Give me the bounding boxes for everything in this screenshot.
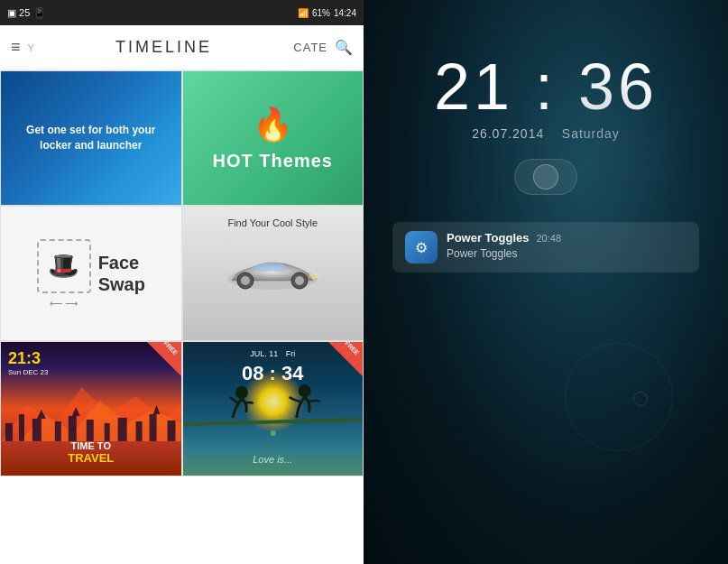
bg-decoration-3 <box>633 392 648 406</box>
notif-content: Power Toggles 20:48 Power Toggles <box>447 231 687 260</box>
svg-point-6 <box>226 273 236 279</box>
status-battery-pct: 61% <box>312 8 330 18</box>
cell-locker[interactable]: Get one set for both your locker and lau… <box>0 70 182 206</box>
svg-rect-20 <box>150 414 157 441</box>
status-clock: 14:24 <box>334 8 356 18</box>
status-wifi: 📶 <box>298 8 309 18</box>
love-label: Love is... <box>253 454 292 465</box>
cell-face-swap[interactable]: 🎩 ⟵ ⟶ Face Swap <box>0 206 182 341</box>
cool-car-image <box>190 234 356 306</box>
nav-bar: ≡ Y TIMELINE CATE 🔍 <box>0 25 364 70</box>
svg-rect-16 <box>87 420 94 441</box>
status-icons: 📱 <box>33 7 46 19</box>
cell-hot-themes[interactable]: 🔥 HOT Themes <box>182 70 364 206</box>
bg-decoration-1 <box>511 57 692 237</box>
love-svg <box>183 341 364 447</box>
face-arrows: ⟵ ⟶ <box>50 299 78 309</box>
svg-rect-9 <box>5 423 13 441</box>
flame-icon: 🔥 <box>253 106 293 143</box>
nav-y-label: Y <box>28 42 34 53</box>
notif-time: 20:48 <box>537 233 562 244</box>
cool-title: Find Your Cool Style <box>227 217 318 228</box>
notif-message: Power Toggles <box>447 247 687 260</box>
svg-point-27 <box>270 430 275 436</box>
svg-rect-14 <box>69 416 77 441</box>
notif-header: Power Toggles 20:48 <box>447 231 687 245</box>
hot-themes-label: HOT Themes <box>213 151 333 171</box>
menu-icon[interactable]: ≡ <box>11 38 21 57</box>
locker-text: Get one set for both your locker and lau… <box>26 123 155 153</box>
face-label-2: Swap <box>98 273 145 295</box>
nav-title: TIMELINE <box>41 38 286 57</box>
svg-rect-22 <box>168 421 176 441</box>
travel-polygons <box>1 369 181 441</box>
notif-app-name: Power Toggles <box>447 231 530 245</box>
left-panel: ▣ 25 📱 📶 61% 14:24 ≡ Y TIMELINE CATE 🔍 G… <box>0 0 364 564</box>
cell-travel[interactable]: FREE 21:3 Sun DEC 23 <box>0 341 182 476</box>
face-swap-labels: Face Swap <box>98 252 145 295</box>
notification-card[interactable]: ⚙ Power Toggles 20:48 Power Toggles <box>392 222 699 273</box>
svg-point-4 <box>295 276 304 285</box>
svg-point-25 <box>235 386 247 399</box>
cell-cool-style[interactable]: Find Your Cool Style <box>182 206 364 341</box>
right-panel: 21 : 36 26.07.2014 Saturday ⚙ Power Togg… <box>364 0 728 564</box>
svg-point-26 <box>298 384 310 397</box>
cell-love[interactable]: FREE JUL. 11 Fri 08 : 34 <box>182 341 364 476</box>
face-swap-icon-area: 🎩 ⟵ ⟶ <box>37 239 91 309</box>
status-right: 📶 61% 14:24 <box>298 8 356 18</box>
locker-line2: locker and launcher <box>40 139 142 152</box>
travel-clock: 21:3 <box>8 349 41 368</box>
app-grid: Get one set for both your locker and lau… <box>0 70 364 564</box>
face-icon: 🎩 <box>37 239 91 293</box>
nav-category[interactable]: CATE <box>293 41 327 54</box>
svg-rect-17 <box>105 423 110 441</box>
svg-rect-18 <box>118 418 127 441</box>
status-left: ▣ 25 📱 <box>7 7 46 19</box>
travel-title: TIME TO <box>1 440 181 451</box>
bg-decoration-2 <box>565 343 673 451</box>
svg-rect-13 <box>55 421 61 441</box>
status-time: ▣ 25 <box>7 7 30 19</box>
travel-labels: TIME TO TRAVEL <box>1 440 181 465</box>
search-icon[interactable]: 🔍 <box>335 39 353 56</box>
svg-line-24 <box>183 420 364 424</box>
status-bar: ▣ 25 📱 📶 61% 14:24 <box>0 0 364 25</box>
notif-app-icon: ⚙ <box>405 231 438 264</box>
svg-point-2 <box>241 276 250 285</box>
svg-rect-10 <box>19 414 24 441</box>
face-label-1: Face <box>98 252 145 273</box>
svg-marker-21 <box>153 405 161 414</box>
svg-rect-19 <box>136 421 143 441</box>
svg-point-5 <box>309 273 319 279</box>
travel-subtitle: TRAVEL <box>1 451 181 465</box>
svg-rect-11 <box>32 419 41 441</box>
notif-icon-symbol: ⚙ <box>415 239 428 256</box>
locker-line1: Get one set for both your <box>26 124 155 136</box>
